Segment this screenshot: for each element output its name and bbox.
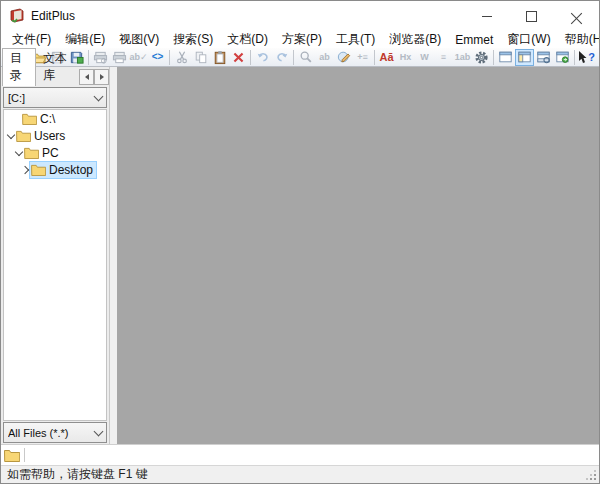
tree-item-drive[interactable]: C:\ [4, 110, 106, 127]
menu-tools[interactable]: 工具(T) [329, 31, 382, 48]
window-output-icon [536, 50, 551, 64]
line-numbers-icon: 1ab [455, 53, 471, 62]
tab-cliptext[interactable]: 文本库 [36, 49, 77, 86]
folder-icon [16, 130, 31, 142]
file-filter-select[interactable]: All Files (*.*) [3, 422, 107, 443]
window-editor-button[interactable] [496, 49, 515, 66]
tree-item-label: Users [34, 129, 65, 143]
triangle-left-icon [85, 74, 89, 80]
tab-scroll-buttons [79, 69, 109, 85]
drive-select-value: [C:] [8, 92, 95, 104]
toolbar: ab✓ <> [1, 48, 599, 67]
directory-sidebar: 目录 文本库 [C:] C:\ [1, 67, 109, 444]
tab-scroll-right-button[interactable] [94, 69, 109, 85]
spell-check-button: ab✓ [129, 49, 148, 66]
redo-button [272, 49, 291, 66]
menu-bar: 文件(F) 编辑(E) 视图(V) 搜索(S) 文档(D) 方案(P) 工具(T… [1, 31, 599, 48]
undo-button [253, 49, 272, 66]
directory-toggle-folder-icon[interactable] [4, 449, 20, 462]
tab-directory[interactable]: 目录 [2, 48, 36, 86]
window-controls [464, 1, 599, 31]
chevron-down-icon [94, 91, 104, 101]
cut-icon [175, 50, 189, 64]
paste-button[interactable] [210, 49, 229, 66]
menu-search[interactable]: 搜索(S) [166, 31, 220, 48]
print-preview-icon [93, 50, 108, 65]
replace-icon: ab [319, 53, 330, 62]
tab-scroll-left-button[interactable] [79, 69, 94, 85]
close-icon [571, 11, 582, 22]
redo-icon [275, 51, 289, 64]
print-preview-button [91, 49, 110, 66]
indent-icon: +≡ [357, 53, 368, 62]
help-question-icon: ? [588, 51, 595, 63]
window-browser-icon [555, 50, 570, 64]
window-browser-button[interactable] [553, 49, 572, 66]
spell-check-icon: ab✓ [129, 53, 147, 62]
window-title: EditPlus [31, 9, 75, 23]
tree-item-users[interactable]: Users [4, 127, 106, 144]
title-bar: EditPlus [1, 1, 599, 31]
window-directory-button[interactable] [515, 49, 534, 66]
resize-grip[interactable] [594, 478, 596, 480]
delete-icon [232, 51, 245, 64]
maximize-button[interactable] [509, 1, 554, 31]
paste-icon [213, 50, 227, 65]
selected-tree-item[interactable]: Desktop [30, 162, 96, 178]
menu-view[interactable]: 视图(V) [112, 31, 166, 48]
toolbar-separator [169, 50, 170, 65]
marker-pencil-icon [337, 50, 351, 64]
toolbar-separator [493, 50, 494, 65]
sidebar-tab-row: 目录 文本库 [1, 67, 109, 86]
content-area: 目录 文本库 [C:] C:\ [1, 67, 599, 444]
menu-document[interactable]: 文档(D) [220, 31, 275, 48]
preferences-button[interactable] [472, 49, 491, 66]
toolbar-separator [293, 50, 294, 65]
whitespace-button: ≡ [434, 49, 453, 66]
folder-icon [24, 147, 39, 159]
hex-view-icon: Hx [400, 53, 412, 62]
document-tab-bar [1, 444, 599, 465]
html-toolbar-button[interactable]: <> [148, 49, 167, 66]
toolbar-separator [250, 50, 251, 65]
sidebar-splitter[interactable] [109, 67, 117, 444]
folder-icon [31, 164, 46, 176]
directory-tree: C:\ Users PC [3, 109, 107, 421]
cut-button [172, 49, 191, 66]
chevron-down-icon [94, 426, 104, 436]
tree-item-label: C:\ [40, 112, 55, 126]
menu-window[interactable]: 窗口(W) [500, 31, 557, 48]
marker-button[interactable] [334, 49, 353, 66]
minimize-icon [482, 16, 492, 17]
chevron-right-icon[interactable] [20, 165, 28, 173]
delete-button[interactable] [229, 49, 248, 66]
menu-project[interactable]: 方案(P) [275, 31, 329, 48]
tree-item-desktop[interactable]: Desktop [4, 161, 106, 178]
window-output-button[interactable] [534, 49, 553, 66]
close-button[interactable] [554, 1, 599, 31]
toolbar-separator [374, 50, 375, 65]
chevron-down-icon[interactable] [14, 147, 22, 155]
print-button [110, 49, 129, 66]
indent-button: +≡ [353, 49, 372, 66]
tree-item-label: PC [42, 146, 59, 160]
minimize-button[interactable] [464, 1, 509, 31]
menu-edit[interactable]: 编辑(E) [58, 31, 112, 48]
menu-file[interactable]: 文件(F) [5, 31, 58, 48]
whitespace-icon: ≡ [441, 53, 446, 62]
tree-item-pc[interactable]: PC [4, 144, 106, 161]
context-help-button[interactable]: ? [577, 49, 596, 66]
menu-help[interactable]: 帮助(H) [558, 31, 600, 48]
replace-button: ab [315, 49, 334, 66]
help-cursor-icon [578, 51, 587, 64]
toolbar-separator [88, 50, 89, 65]
search-icon [299, 50, 313, 64]
find-button [296, 49, 315, 66]
font-button[interactable]: Aā [377, 49, 396, 66]
chevron-down-icon[interactable] [6, 130, 14, 138]
copy-icon [194, 50, 208, 64]
menu-emmet[interactable]: Emmet [448, 33, 500, 47]
drive-select[interactable]: [C:] [3, 87, 107, 108]
menu-browser[interactable]: 浏览器(B) [382, 31, 448, 48]
editplus-window: EditPlus 文件(F) 编辑(E) 视图(V) 搜索(S) 文档(D) 方… [0, 0, 600, 484]
